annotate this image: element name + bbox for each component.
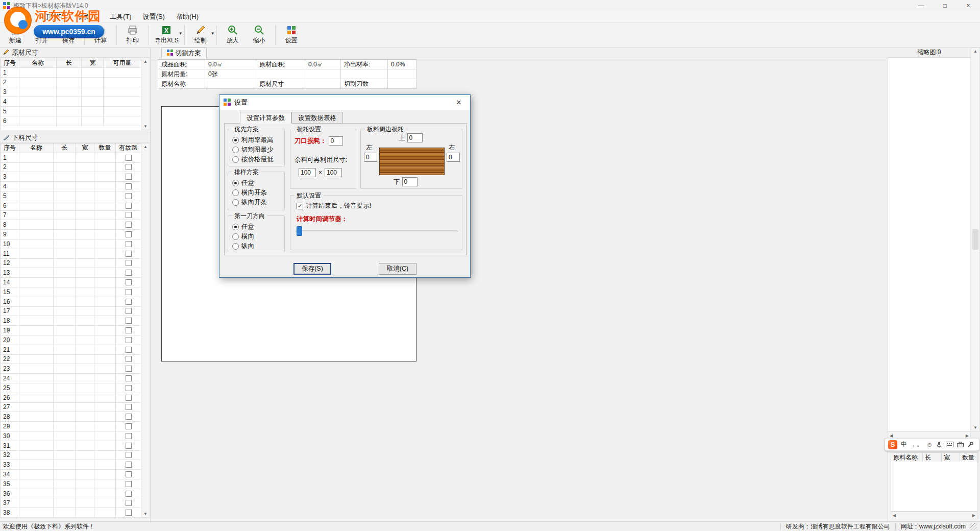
radio-button[interactable] (232, 137, 239, 143)
table-cell[interactable] (19, 431, 54, 441)
table-cell[interactable] (54, 230, 76, 239)
table-cell[interactable] (19, 201, 54, 211)
table-cell[interactable]: 13 (1, 268, 19, 278)
toolbar-button[interactable]: 计算 (87, 24, 114, 46)
toolbar-button[interactable]: 绘制▼ (187, 24, 214, 46)
mic-icon[interactable] (936, 441, 942, 448)
table-cell[interactable] (94, 335, 116, 345)
table-cell[interactable] (116, 403, 141, 413)
dropdown-arrow-icon[interactable]: ▼ (211, 31, 215, 36)
grain-checkbox[interactable] (126, 356, 132, 362)
grain-checkbox[interactable] (126, 462, 132, 468)
table-cell[interactable]: 38 (1, 508, 19, 518)
table-cell[interactable] (94, 383, 116, 393)
table-cell[interactable] (76, 479, 94, 489)
grain-checkbox[interactable] (126, 471, 132, 477)
table-cell[interactable] (82, 107, 104, 116)
table-cell[interactable] (94, 172, 116, 182)
toolbox-icon[interactable] (957, 442, 964, 447)
table-cell[interactable]: 17 (1, 307, 19, 317)
table-cell[interactable] (94, 211, 116, 221)
table-cell[interactable] (19, 412, 54, 422)
table-cell[interactable] (57, 116, 82, 126)
table-cell[interactable] (19, 326, 54, 335)
grain-checkbox[interactable] (126, 299, 132, 305)
table-cell[interactable] (94, 403, 116, 413)
remnant-height-input[interactable]: 100 (325, 168, 342, 177)
grain-checkbox[interactable] (126, 183, 132, 189)
table-cell[interactable] (116, 297, 141, 307)
table-cell[interactable] (54, 451, 76, 461)
table-cell[interactable]: 27 (1, 403, 19, 413)
table-cell[interactable]: 14 (1, 278, 19, 287)
table-cell[interactable] (54, 297, 76, 307)
table-cell[interactable] (19, 470, 54, 479)
table-cell[interactable] (57, 97, 82, 107)
table-cell[interactable] (54, 374, 76, 383)
table-cell[interactable] (116, 441, 141, 451)
grain-checkbox[interactable] (126, 279, 132, 285)
table-cell[interactable] (54, 498, 76, 508)
ime-punctuation[interactable]: ，。 (911, 440, 923, 449)
table-cell[interactable]: 35 (1, 479, 19, 489)
table-cell[interactable] (94, 201, 116, 211)
table-cell[interactable] (76, 239, 94, 249)
radio-option[interactable]: 纵向开条 (228, 198, 284, 207)
table-cell[interactable]: 2 (1, 163, 19, 173)
table-cell[interactable] (54, 316, 76, 326)
table-cell[interactable] (104, 78, 141, 87)
table-cell[interactable]: 2 (1, 78, 19, 87)
table-cell[interactable] (116, 470, 141, 479)
table-cell[interactable] (19, 316, 54, 326)
table-cell[interactable] (76, 259, 94, 269)
dialog-tab[interactable]: 设置数据表格 (291, 112, 343, 124)
table-cell[interactable] (94, 431, 116, 441)
table-cell[interactable] (54, 307, 76, 317)
table-cell[interactable] (116, 249, 141, 259)
table-cell[interactable] (104, 87, 141, 97)
grain-checkbox[interactable] (126, 481, 132, 487)
table-cell[interactable] (76, 355, 94, 365)
table-cell[interactable] (76, 211, 94, 221)
table-cell[interactable] (19, 211, 54, 221)
table-cell[interactable] (57, 87, 82, 97)
table-cell[interactable] (76, 508, 94, 518)
menu-item[interactable]: 文件(F) (4, 11, 37, 23)
table-cell[interactable] (76, 441, 94, 451)
ime-chinese-mode[interactable]: 中 (901, 440, 907, 449)
grain-checkbox[interactable] (126, 164, 132, 170)
table-cell[interactable]: 16 (1, 297, 19, 307)
table-cell[interactable] (76, 268, 94, 278)
table-cell[interactable] (94, 412, 116, 422)
table-cell[interactable] (94, 182, 116, 191)
table-cell[interactable] (94, 191, 116, 201)
table-cell[interactable] (76, 191, 94, 201)
table-cell[interactable] (19, 68, 57, 78)
table-cell[interactable]: 3 (1, 87, 19, 97)
table-cell[interactable] (54, 355, 76, 365)
table-cell[interactable]: 11 (1, 249, 19, 259)
table-cell[interactable] (116, 153, 141, 163)
grain-checkbox[interactable] (126, 385, 132, 391)
table-cell[interactable] (116, 489, 141, 499)
table-cell[interactable]: 36 (1, 489, 19, 499)
table-cell[interactable]: 34 (1, 470, 19, 479)
table-cell[interactable] (76, 431, 94, 441)
table-cell[interactable] (19, 268, 54, 278)
table-cell[interactable] (76, 172, 94, 182)
close-button[interactable]: × (957, 0, 980, 11)
table-cell[interactable] (116, 307, 141, 317)
table-cell[interactable] (116, 220, 141, 230)
table-cell[interactable]: 37 (1, 498, 19, 508)
table-cell[interactable]: 7 (1, 211, 19, 221)
table-cell[interactable] (19, 383, 54, 393)
timer-slider[interactable] (296, 225, 458, 237)
radio-option[interactable]: 横向 (228, 232, 284, 242)
table-cell[interactable] (116, 374, 141, 383)
table-cell[interactable] (54, 403, 76, 413)
table-cell[interactable]: 20 (1, 335, 19, 345)
grain-checkbox[interactable] (126, 155, 132, 161)
tab-cutting-plan[interactable]: 切割方案 (161, 47, 207, 58)
table-cell[interactable] (94, 259, 116, 269)
table-cell[interactable] (94, 220, 116, 230)
